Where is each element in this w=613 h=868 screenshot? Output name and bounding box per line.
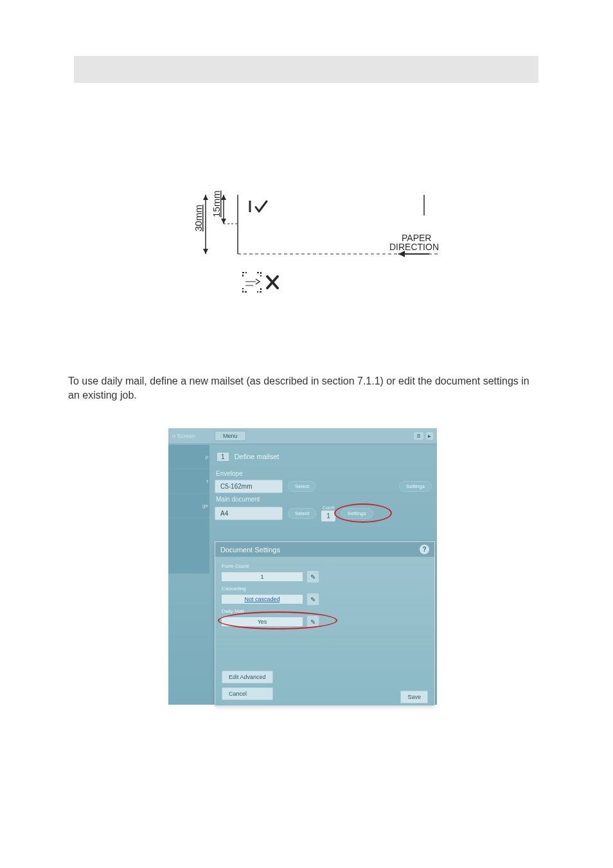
svg-marker-15 bbox=[221, 219, 226, 224]
dropdown-icon[interactable]: ▸ bbox=[426, 432, 433, 440]
ss-topbar: n Screen Menu 8 ▸ bbox=[168, 428, 437, 444]
svg-text:DIRECTION: DIRECTION bbox=[389, 242, 439, 252]
job-counter: 8 bbox=[414, 432, 423, 440]
cancel-button[interactable]: Cancel bbox=[222, 687, 273, 700]
help-icon[interactable]: ? bbox=[420, 545, 429, 554]
left-tab-2[interactable]: t bbox=[168, 469, 209, 494]
envelope-section-label: Envelope bbox=[216, 470, 432, 477]
svg-marker-14 bbox=[221, 195, 226, 200]
dialog-title: Document Settings bbox=[220, 546, 280, 554]
count-value: 1 bbox=[321, 511, 335, 521]
svg-marker-11 bbox=[203, 195, 208, 200]
menu-button[interactable]: Menu bbox=[215, 431, 246, 441]
cascading-edit-icon[interactable]: ✎ bbox=[306, 593, 319, 606]
envelope-value: C5-162mm bbox=[215, 480, 283, 493]
form-count-value: 1 bbox=[222, 572, 303, 581]
dim-15mm: 15mm bbox=[211, 190, 222, 217]
step-number: 1 bbox=[217, 453, 229, 461]
daily-mail-value: Yes bbox=[222, 617, 303, 626]
device-screenshot: n Screen Menu 8 ▸ p t ge 1 Define mailse… bbox=[168, 428, 437, 705]
save-button[interactable]: Save bbox=[400, 691, 428, 703]
daily-mail-instruction: To use daily mail, define a new mailset … bbox=[68, 374, 536, 402]
form-count-edit-icon[interactable]: ✎ bbox=[306, 570, 319, 583]
envelope-settings-button[interactable]: Settings bbox=[399, 481, 432, 492]
daily-mail-label: Daily Mail bbox=[222, 608, 428, 614]
cascading-label: Cascading bbox=[222, 586, 428, 592]
step-label: Define mailset bbox=[235, 453, 280, 460]
form-count-label: Form Count bbox=[222, 563, 428, 569]
maindoc-value: A4 bbox=[215, 507, 283, 520]
ss-left-tabs: p t ge bbox=[168, 445, 209, 574]
accumulator-spacing-diagram: 30mm 15mm PAPER DIRECTION bbox=[186, 186, 450, 321]
count-label: Count bbox=[323, 505, 335, 510]
maindoc-section-label: Main document bbox=[216, 496, 432, 503]
wizard-step-title: 1 Define mailset bbox=[215, 449, 432, 467]
edit-advanced-btn[interactable]: Edit Advanced bbox=[222, 671, 273, 683]
envelope-select-button[interactable]: Select bbox=[288, 481, 316, 492]
daily-mail-edit-icon[interactable]: ✎ bbox=[306, 615, 319, 628]
ss-main-panel: 1 Define mailset Envelope C5-162mm Selec… bbox=[209, 445, 437, 528]
svg-marker-12 bbox=[203, 249, 208, 254]
dim-30mm: 30mm bbox=[193, 204, 204, 231]
ss-nscreen-label: n Screen bbox=[172, 433, 204, 439]
left-tab-1[interactable]: p bbox=[168, 445, 209, 469]
left-tab-3[interactable]: ge bbox=[168, 494, 209, 518]
page-header-bar bbox=[74, 56, 538, 83]
cascading-value[interactable]: Not cascaded bbox=[222, 595, 303, 604]
maindoc-settings-button[interactable]: Settings bbox=[341, 508, 373, 519]
maindoc-select-button[interactable]: Select bbox=[288, 508, 316, 519]
document-settings-dialog: Document Settings ? Form Count 1 ✎ Casca… bbox=[215, 541, 435, 706]
svg-rect-0 bbox=[238, 194, 424, 196]
